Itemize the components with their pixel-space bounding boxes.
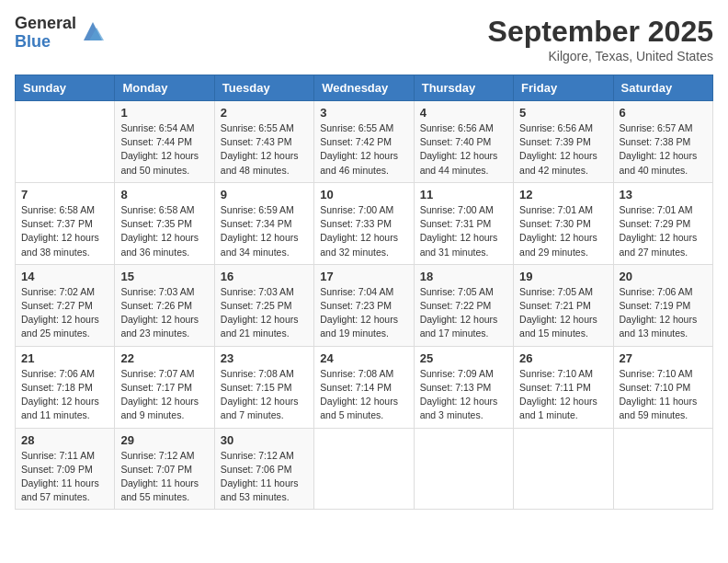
day-number: 25 xyxy=(420,351,507,365)
calendar-cell: 25Sunrise: 7:09 AM Sunset: 7:13 PM Dayli… xyxy=(414,346,513,428)
calendar-cell: 6Sunrise: 6:57 AM Sunset: 7:38 PM Daylig… xyxy=(613,101,712,183)
day-number: 12 xyxy=(519,188,607,201)
week-row-1: 1Sunrise: 6:54 AM Sunset: 7:44 PM Daylig… xyxy=(16,101,713,183)
day-number: 7 xyxy=(21,188,108,201)
day-info: Sunrise: 6:58 AM Sunset: 7:37 PM Dayligh… xyxy=(21,203,108,259)
day-number: 30 xyxy=(221,433,308,447)
day-info: Sunrise: 7:03 AM Sunset: 7:25 PM Dayligh… xyxy=(221,285,308,341)
calendar-cell: 1Sunrise: 6:54 AM Sunset: 7:44 PM Daylig… xyxy=(115,101,214,183)
day-number: 13 xyxy=(620,188,707,201)
day-info: Sunrise: 7:05 AM Sunset: 7:21 PM Dayligh… xyxy=(519,285,607,341)
day-info: Sunrise: 7:03 AM Sunset: 7:26 PM Dayligh… xyxy=(120,285,208,341)
day-number: 2 xyxy=(221,106,308,120)
day-info: Sunrise: 7:10 AM Sunset: 7:11 PM Dayligh… xyxy=(519,367,607,423)
calendar-cell: 13Sunrise: 7:01 AM Sunset: 7:29 PM Dayli… xyxy=(613,182,712,264)
weekday-header-monday: Monday xyxy=(115,75,214,101)
logo-general-text: General xyxy=(15,15,76,33)
day-number: 14 xyxy=(21,270,108,283)
day-number: 4 xyxy=(420,106,507,120)
calendar-cell: 20Sunrise: 7:06 AM Sunset: 7:19 PM Dayli… xyxy=(613,264,712,346)
day-number: 27 xyxy=(620,351,707,365)
calendar-cell xyxy=(514,428,613,510)
calendar-cell: 15Sunrise: 7:03 AM Sunset: 7:26 PM Dayli… xyxy=(115,264,214,346)
calendar-cell: 21Sunrise: 7:06 AM Sunset: 7:18 PM Dayli… xyxy=(16,346,115,428)
day-number: 19 xyxy=(519,270,607,283)
week-row-4: 21Sunrise: 7:06 AM Sunset: 7:18 PM Dayli… xyxy=(16,346,713,428)
day-info: Sunrise: 7:06 AM Sunset: 7:18 PM Dayligh… xyxy=(21,367,108,423)
day-info: Sunrise: 7:02 AM Sunset: 7:27 PM Dayligh… xyxy=(21,285,108,341)
weekday-header-thursday: Thursday xyxy=(414,75,513,101)
day-info: Sunrise: 6:56 AM Sunset: 7:40 PM Dayligh… xyxy=(420,121,507,178)
calendar-cell xyxy=(414,428,513,510)
day-info: Sunrise: 7:00 AM Sunset: 7:31 PM Dayligh… xyxy=(420,203,507,259)
day-info: Sunrise: 6:59 AM Sunset: 7:34 PM Dayligh… xyxy=(221,203,308,259)
location-text: Kilgore, Texas, United States xyxy=(488,49,713,63)
day-number: 8 xyxy=(120,188,208,201)
calendar-cell: 18Sunrise: 7:05 AM Sunset: 7:22 PM Dayli… xyxy=(414,264,513,346)
day-number: 5 xyxy=(519,106,607,120)
day-info: Sunrise: 6:55 AM Sunset: 7:43 PM Dayligh… xyxy=(221,121,308,178)
day-number: 6 xyxy=(620,106,707,120)
day-number: 23 xyxy=(221,351,308,365)
calendar-cell: 28Sunrise: 7:11 AM Sunset: 7:09 PM Dayli… xyxy=(16,428,115,510)
week-row-2: 7Sunrise: 6:58 AM Sunset: 7:37 PM Daylig… xyxy=(16,182,713,264)
day-number: 21 xyxy=(21,351,108,365)
day-number: 16 xyxy=(221,270,308,283)
calendar-cell: 19Sunrise: 7:05 AM Sunset: 7:21 PM Dayli… xyxy=(514,264,613,346)
calendar-cell: 7Sunrise: 6:58 AM Sunset: 7:37 PM Daylig… xyxy=(16,182,115,264)
calendar-cell: 14Sunrise: 7:02 AM Sunset: 7:27 PM Dayli… xyxy=(16,264,115,346)
logo: General Blue xyxy=(15,15,106,52)
calendar-cell: 16Sunrise: 7:03 AM Sunset: 7:25 PM Dayli… xyxy=(214,264,313,346)
calendar-cell: 10Sunrise: 7:00 AM Sunset: 7:33 PM Dayli… xyxy=(314,182,414,264)
day-number: 26 xyxy=(519,351,607,365)
day-number: 18 xyxy=(420,270,507,283)
day-number: 9 xyxy=(221,188,308,201)
day-info: Sunrise: 7:00 AM Sunset: 7:33 PM Dayligh… xyxy=(320,203,407,259)
calendar-cell: 9Sunrise: 6:59 AM Sunset: 7:34 PM Daylig… xyxy=(214,182,313,264)
page-header: General Blue September 2025 Kilgore, Tex… xyxy=(15,15,713,63)
day-info: Sunrise: 7:06 AM Sunset: 7:19 PM Dayligh… xyxy=(620,285,707,341)
day-info: Sunrise: 6:54 AM Sunset: 7:44 PM Dayligh… xyxy=(120,121,208,178)
weekday-header-tuesday: Tuesday xyxy=(214,75,313,101)
calendar-cell: 29Sunrise: 7:12 AM Sunset: 7:07 PM Dayli… xyxy=(115,428,214,510)
day-info: Sunrise: 7:05 AM Sunset: 7:22 PM Dayligh… xyxy=(420,285,507,341)
day-info: Sunrise: 7:11 AM Sunset: 7:09 PM Dayligh… xyxy=(21,449,108,505)
calendar-table: SundayMondayTuesdayWednesdayThursdayFrid… xyxy=(15,75,713,510)
day-number: 29 xyxy=(120,433,208,447)
day-number: 28 xyxy=(21,433,108,447)
day-info: Sunrise: 7:07 AM Sunset: 7:17 PM Dayligh… xyxy=(120,367,208,423)
day-info: Sunrise: 7:01 AM Sunset: 7:29 PM Dayligh… xyxy=(620,203,707,259)
logo-blue-text: Blue xyxy=(15,33,76,52)
weekday-header-wednesday: Wednesday xyxy=(314,75,414,101)
month-title: September 2025 xyxy=(488,15,713,49)
weekday-header-friday: Friday xyxy=(514,75,613,101)
day-info: Sunrise: 7:01 AM Sunset: 7:30 PM Dayligh… xyxy=(519,203,607,259)
calendar-cell: 22Sunrise: 7:07 AM Sunset: 7:17 PM Dayli… xyxy=(115,346,214,428)
day-info: Sunrise: 7:08 AM Sunset: 7:14 PM Dayligh… xyxy=(320,367,407,423)
day-info: Sunrise: 7:12 AM Sunset: 7:06 PM Dayligh… xyxy=(221,449,308,505)
day-number: 3 xyxy=(320,106,407,120)
calendar-cell: 27Sunrise: 7:10 AM Sunset: 7:10 PM Dayli… xyxy=(613,346,712,428)
day-info: Sunrise: 7:10 AM Sunset: 7:10 PM Dayligh… xyxy=(620,367,707,423)
day-number: 17 xyxy=(320,270,407,283)
calendar-cell: 24Sunrise: 7:08 AM Sunset: 7:14 PM Dayli… xyxy=(314,346,414,428)
calendar-cell: 8Sunrise: 6:58 AM Sunset: 7:35 PM Daylig… xyxy=(115,182,214,264)
calendar-cell: 5Sunrise: 6:56 AM Sunset: 7:39 PM Daylig… xyxy=(514,101,613,183)
calendar-cell: 30Sunrise: 7:12 AM Sunset: 7:06 PM Dayli… xyxy=(214,428,313,510)
day-info: Sunrise: 7:08 AM Sunset: 7:15 PM Dayligh… xyxy=(221,367,308,423)
calendar-cell: 2Sunrise: 6:55 AM Sunset: 7:43 PM Daylig… xyxy=(214,101,313,183)
calendar-cell: 12Sunrise: 7:01 AM Sunset: 7:30 PM Dayli… xyxy=(514,182,613,264)
calendar-cell xyxy=(613,428,712,510)
day-info: Sunrise: 6:55 AM Sunset: 7:42 PM Dayligh… xyxy=(320,121,407,178)
day-number: 15 xyxy=(120,270,208,283)
day-number: 10 xyxy=(320,188,407,201)
calendar-cell: 23Sunrise: 7:08 AM Sunset: 7:15 PM Dayli… xyxy=(214,346,313,428)
weekday-header-row: SundayMondayTuesdayWednesdayThursdayFrid… xyxy=(16,75,713,101)
weekday-header-saturday: Saturday xyxy=(613,75,712,101)
calendar-cell: 4Sunrise: 6:56 AM Sunset: 7:40 PM Daylig… xyxy=(414,101,513,183)
calendar-cell: 3Sunrise: 6:55 AM Sunset: 7:42 PM Daylig… xyxy=(314,101,414,183)
day-number: 20 xyxy=(620,270,707,283)
day-info: Sunrise: 6:56 AM Sunset: 7:39 PM Dayligh… xyxy=(519,121,607,178)
day-number: 24 xyxy=(320,351,407,365)
day-info: Sunrise: 7:09 AM Sunset: 7:13 PM Dayligh… xyxy=(420,367,507,423)
